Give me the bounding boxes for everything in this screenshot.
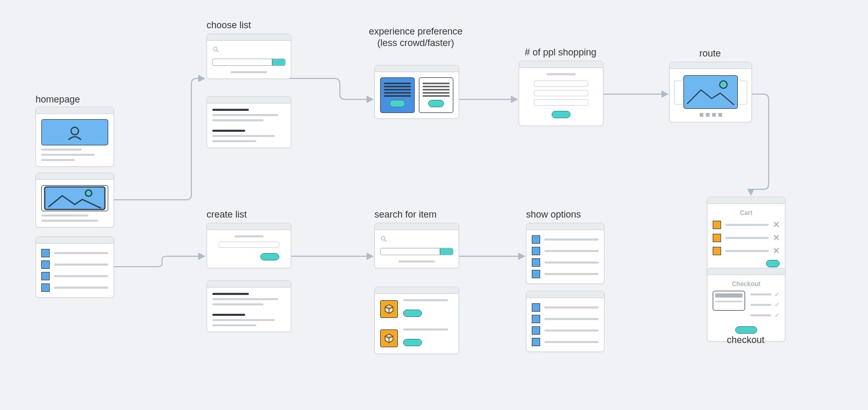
svg-point-3	[213, 47, 217, 51]
cart-card: Cart ✕ ✕ ✕	[707, 197, 785, 275]
submit-button[interactable]	[552, 111, 570, 118]
checkout-panel-title: Checkout	[713, 280, 780, 288]
option-bullet-icon	[532, 315, 540, 323]
svg-point-6	[381, 236, 385, 240]
remove-icon[interactable]: ✕	[773, 233, 780, 243]
pref-option-less-crowd[interactable]	[380, 77, 415, 113]
list-bullet-icon	[41, 272, 50, 280]
cart-item: ✕	[713, 246, 780, 256]
create-list-preview-card	[207, 280, 291, 332]
check-icon: ✓	[774, 301, 780, 309]
item-search-input[interactable]	[380, 248, 453, 255]
search-item-searchbar-card	[374, 223, 459, 268]
choose-list-results-card	[207, 96, 291, 148]
svg-line-7	[384, 240, 386, 242]
cart-item-icon	[713, 221, 721, 229]
cart-item-icon	[713, 247, 721, 255]
svg-point-2	[85, 190, 92, 196]
label-route: route	[669, 48, 751, 60]
count-input[interactable]	[534, 90, 588, 96]
show-options-1-card	[526, 223, 604, 284]
count-input[interactable]	[534, 81, 588, 87]
add-item-button[interactable]	[403, 310, 422, 317]
cart-item: ✕	[713, 220, 780, 230]
pref-option-faster[interactable]	[419, 77, 453, 113]
search-icon	[212, 46, 220, 53]
svg-point-0	[71, 127, 78, 134]
cart-item: ✕	[713, 233, 780, 243]
option-bullet-icon	[532, 338, 540, 346]
carousel-dot[interactable]	[712, 113, 716, 117]
product-cube-icon	[380, 300, 398, 318]
list-name-input[interactable]	[219, 242, 279, 248]
route-card	[669, 62, 752, 122]
create-list-form-card	[207, 223, 291, 268]
search-result-item[interactable]	[380, 328, 453, 348]
credit-card-icon	[713, 291, 745, 311]
list-bullet-icon	[41, 283, 50, 292]
svg-line-4	[216, 50, 219, 52]
user-avatar-placeholder	[41, 119, 108, 145]
label-search-item: search for item	[374, 209, 458, 221]
remove-icon[interactable]: ✕	[773, 246, 780, 256]
pay-button[interactable]	[735, 326, 757, 334]
cart-panel-title: Cart	[713, 209, 780, 217]
carousel-dot[interactable]	[718, 113, 722, 117]
search-icon	[380, 235, 387, 243]
label-checkout: checkout	[707, 335, 784, 346]
carousel-dot[interactable]	[700, 113, 703, 117]
option-bullet-icon	[532, 247, 540, 255]
show-options-2-card	[526, 291, 604, 352]
ppl-shopping-card	[519, 61, 603, 126]
remove-icon[interactable]: ✕	[773, 220, 780, 230]
homepage-hero-card	[36, 107, 114, 167]
svg-point-5	[719, 81, 727, 88]
create-button[interactable]	[260, 253, 279, 260]
check-icon: ✓	[774, 312, 780, 319]
option-bullet-icon	[532, 326, 540, 335]
check-icon: ✓	[774, 291, 780, 298]
label-create-list: create list	[207, 209, 290, 221]
option-bullet-icon	[532, 303, 540, 312]
add-item-button[interactable]	[403, 339, 422, 346]
image-icon	[41, 185, 108, 211]
option-bullet-icon	[532, 270, 540, 278]
checkout-card: Checkout ✓ ✓ ✓	[707, 268, 785, 341]
label-choose-list: choose list	[207, 20, 290, 31]
label-homepage: homepage	[36, 94, 113, 106]
option-bullet-icon	[532, 235, 540, 244]
cart-action-button[interactable]	[766, 260, 780, 267]
search-result-item[interactable]	[380, 299, 453, 319]
search-input[interactable]	[212, 59, 285, 66]
homepage-list-card	[36, 236, 114, 298]
cart-item-icon	[713, 234, 721, 242]
label-show-options: show options	[526, 209, 603, 221]
list-bullet-icon	[41, 249, 50, 257]
product-cube-icon	[380, 329, 398, 347]
map-image-icon	[683, 75, 738, 109]
homepage-image-card	[36, 173, 114, 227]
list-bullet-icon	[41, 260, 50, 269]
label-ppl-shopping: # of ppl shopping	[519, 47, 602, 59]
carousel-dot[interactable]	[706, 113, 710, 117]
label-experience-pref: experience preference (less crowd/faster…	[366, 26, 465, 49]
count-input[interactable]	[534, 99, 588, 106]
experience-pref-card	[374, 65, 459, 119]
option-bullet-icon	[532, 258, 540, 267]
choose-list-search-card	[207, 33, 291, 79]
search-item-results-card	[374, 287, 459, 354]
